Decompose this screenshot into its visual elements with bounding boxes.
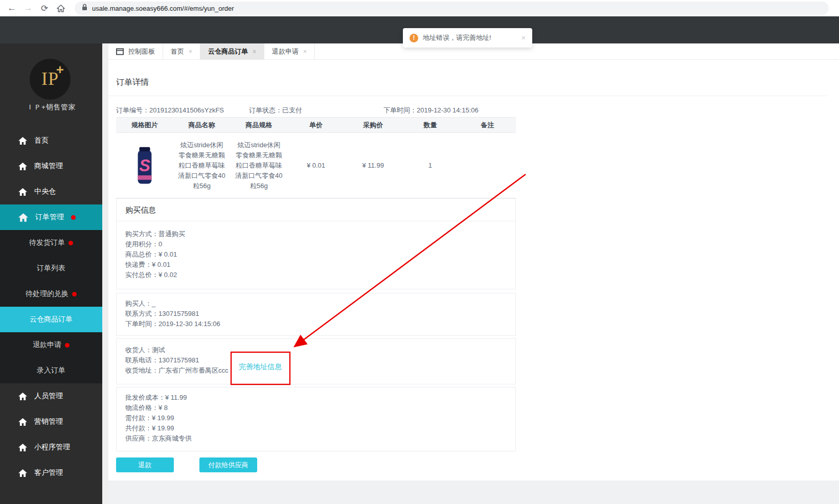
sidebar-item-home[interactable]: 首页: [0, 128, 102, 153]
supplier-info-lines: 批发价成本：¥ 11.99 物流价格：¥ 8 需付款：¥ 19.99 共付款：¥…: [117, 387, 515, 444]
url-text: usale.manage.soeasy666.com/#/ems/yun_ord…: [92, 5, 234, 12]
dashboard-icon: [116, 48, 124, 55]
close-icon[interactable]: ×: [253, 48, 256, 55]
house-icon: [18, 137, 27, 145]
sidebar-item-refund-requests[interactable]: 退款申请: [0, 332, 102, 358]
order-items-table: 规格图片 商品名称 商品规格 单价 采购价 数量 备注 S 炫迈stride休闲…: [116, 117, 516, 198]
receiver-info-box: 收货人：测试 联系电话：13071575981 收货地址：广东省广州市番禺区cc…: [116, 338, 516, 384]
sidebar-item-label: 小程序管理: [34, 443, 70, 452]
receiver-info-lines: 收货人：测试 联系电话：13071575981 收货地址：广东省广州市番禺区cc…: [117, 339, 515, 376]
product-image-cell: S: [116, 133, 173, 198]
col-header: 数量: [402, 118, 459, 132]
sidebar-item-pending-shipment-orders[interactable]: 待发货订单: [0, 230, 102, 256]
col-header: 规格图片: [116, 118, 173, 132]
quantity-cell: 1: [402, 133, 459, 198]
brand-logo: IP +: [30, 59, 71, 100]
house-icon: [18, 469, 27, 477]
sidebar-item-label: 订单列表: [37, 264, 65, 273]
logistics-price: 物流价格：¥ 8: [125, 403, 507, 413]
buyer-info-lines: 购买人：_ 联系方式：13071575981 下单时间：2019-12-30 1…: [117, 293, 515, 329]
receiver-name: 收货人：测试: [125, 345, 507, 355]
tab-label: 首页: [171, 47, 184, 56]
sidebar-item-marketing-management[interactable]: 营销管理: [0, 409, 102, 434]
unit-price-cell: ¥ 0.01: [287, 133, 345, 198]
order-detail-page: 订单详情 订单编号：20191230141506sYzkFS 订单状态：已支付 …: [108, 60, 839, 480]
purchase-price-cell: ¥ 11.99: [345, 133, 402, 198]
url-bar[interactable]: usale.manage.soeasy666.com/#/ems/yun_ord…: [75, 2, 829, 15]
paid-total: 实付总价：¥ 0.02: [125, 270, 507, 280]
notification-dot: [71, 215, 76, 220]
sidebar-item-label: 商城管理: [34, 162, 63, 171]
tab-label: 控制面板: [128, 47, 155, 56]
svg-text:S: S: [139, 156, 150, 175]
wholesale-cost: 批发价成本：¥ 11.99: [125, 393, 507, 403]
sidebar-item-personnel-management[interactable]: 人员管理: [0, 383, 102, 409]
sidebar-item-customer-management[interactable]: 客户管理: [0, 460, 102, 486]
sidebar-item-label: 待处理的兑换: [26, 289, 69, 299]
notification-dot: [65, 343, 70, 348]
col-header: 商品名称: [173, 118, 231, 132]
section-title: 购买信息: [117, 199, 515, 221]
sidebar-item-label: 客户管理: [34, 468, 63, 477]
sidebar-item-order-management[interactable]: 订单管理: [0, 204, 102, 230]
tab-refund-requests[interactable]: 退款申请 ×: [264, 43, 315, 60]
refresh-icon[interactable]: ⟳: [39, 3, 50, 14]
buyer-name: 购买人：_: [125, 299, 507, 309]
sidebar-item-cloud-warehouse-orders[interactable]: 云仓商品订单: [0, 307, 102, 332]
product-spec-cell: 炫迈stride休闲零食糖果无糖颗粒口香糖草莓味清新口气零食40粒56g: [230, 133, 287, 198]
tab-home[interactable]: 首页 ×: [163, 43, 200, 60]
sidebar-item-mall-management[interactable]: 商城管理: [0, 153, 102, 179]
sidebar-item-enter-order[interactable]: 录入订单: [0, 358, 102, 383]
table-header-row: 规格图片 商品名称 商品规格 单价 采购价 数量 备注: [116, 117, 516, 133]
col-header: 采购价: [345, 118, 402, 132]
buyer-order-time: 下单时间：2019-12-30 14:15:06: [125, 319, 507, 329]
buyer-info-box: 购买人：_ 联系方式：13071575981 下单时间：2019-12-30 1…: [116, 293, 516, 336]
complete-address-link[interactable]: 完善地址信息: [239, 362, 282, 372]
close-icon[interactable]: ×: [303, 48, 307, 55]
sidebar-item-label: 录入订单: [37, 366, 65, 375]
order-time: 下单时间：2019-12-30 14:15:06: [383, 106, 479, 115]
forward-icon[interactable]: →: [22, 3, 34, 13]
purchase-info-box: 购买信息 购买方式：普通购买 使用积分：0 商品总价：¥ 0.01 快递费：¥ …: [116, 198, 516, 289]
layout-gutter: [102, 43, 108, 504]
back-icon[interactable]: ←: [6, 3, 17, 13]
bottom-strip: [108, 480, 839, 504]
sidebar-item-label: 中央仓: [34, 187, 56, 196]
sidebar-item-label: 云仓商品订单: [30, 315, 73, 324]
page-title: 订单详情: [116, 77, 149, 88]
house-icon: [18, 188, 27, 196]
sidebar-item-order-list[interactable]: 订单列表: [0, 256, 102, 281]
points-used: 使用积分：0: [125, 239, 507, 249]
refund-button[interactable]: 退款: [116, 457, 174, 472]
logo-text: IP: [30, 68, 71, 89]
sidebar-item-label: 首页: [34, 136, 49, 145]
divider: [108, 96, 827, 96]
tab-dashboard[interactable]: 控制面板: [108, 43, 163, 60]
product-name-cell: 炫迈stride休闲零食糖果无糖颗粒口香糖草莓味清新口气零食40粒56g: [173, 133, 231, 198]
close-icon[interactable]: ×: [189, 48, 192, 55]
sidebar-item-pending-exchanges[interactable]: 待处理的兑换: [0, 281, 102, 307]
home-browser-icon[interactable]: [55, 5, 66, 12]
warning-icon: !: [410, 34, 418, 42]
sidebar-item-label: 退款申请: [33, 340, 61, 350]
amount-paid: 共付款：¥ 19.99: [125, 423, 507, 433]
tab-cloud-warehouse-orders[interactable]: 云仓商品订单 ×: [200, 43, 264, 60]
house-icon: [18, 213, 28, 222]
product-image: S: [133, 146, 156, 186]
pay-supplier-button[interactable]: 付款给供应商: [199, 457, 257, 472]
shipping-fee: 快递费：¥ 0.01: [125, 260, 507, 270]
sidebar-item-central-warehouse[interactable]: 中央仓: [0, 179, 102, 204]
sidebar-item-miniprogram-management[interactable]: 小程序管理: [0, 434, 102, 460]
sidebar: IP + ＩＰ+销售管家 首页 商城管理 中央仓 订单管理 待发货订单 订单列表…: [0, 43, 102, 504]
col-header: 单价: [287, 118, 345, 132]
purchase-method: 购买方式：普通购买: [125, 229, 507, 239]
receiver-phone: 联系电话：13071575981: [125, 355, 507, 365]
browser-toolbar: ← → ⟳ usale.manage.soeasy666.com/#/ems/y…: [0, 0, 839, 16]
purchase-info-lines: 购买方式：普通购买 使用积分：0 商品总价：¥ 0.01 快递费：¥ 0.01 …: [117, 221, 515, 280]
house-icon: [18, 418, 27, 426]
supplier-info-box: 批发价成本：¥ 11.99 物流价格：¥ 8 需付款：¥ 19.99 共付款：¥…: [116, 387, 516, 451]
order-number: 订单编号：20191230141506sYzkFS: [116, 106, 224, 115]
col-header: 备注: [459, 118, 516, 132]
notification-dot: [72, 292, 77, 296]
close-icon[interactable]: ×: [521, 34, 526, 42]
